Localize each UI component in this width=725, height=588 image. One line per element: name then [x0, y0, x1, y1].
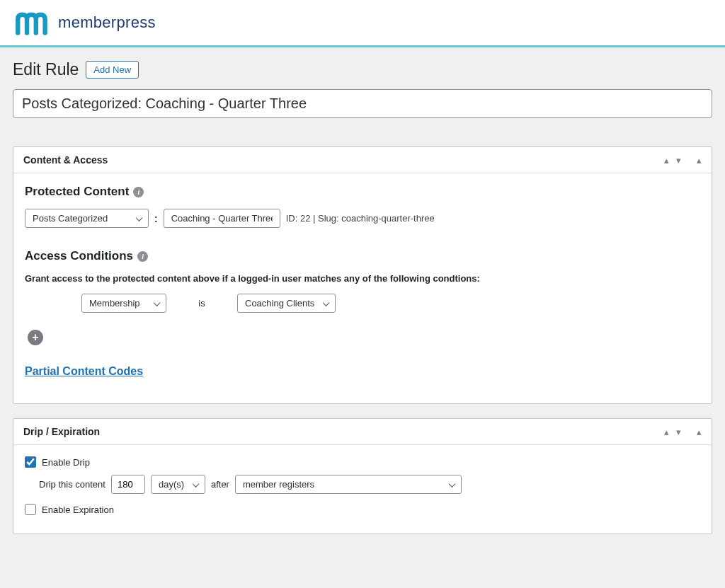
protected-content-heading: Protected Content i: [25, 185, 700, 199]
panel-move-down-icon[interactable]: ▾: [676, 427, 681, 437]
partial-content-codes-link[interactable]: Partial Content Codes: [25, 365, 143, 378]
rule-meta-text: ID: 22 | Slug: coaching-quarter-three: [286, 213, 435, 224]
condition-operator: is: [195, 298, 209, 309]
panel-header-drip: Drip / Expiration ▴ ▾ ▴: [13, 419, 712, 445]
rule-title-input[interactable]: [13, 89, 712, 118]
condition-value-select[interactable]: Coaching Clients: [237, 294, 336, 313]
panel-title: Content & Access: [23, 154, 108, 166]
panel-title: Drip / Expiration: [23, 426, 100, 437]
access-conditions-description: Grant access to the protected content ab…: [25, 273, 700, 284]
access-conditions-label: Access Conditions: [25, 249, 133, 263]
drip-settings-row: Drip this content day(s) after member re…: [25, 475, 700, 494]
enable-expiration-row: Enable Expiration: [25, 504, 700, 515]
enable-drip-row: Enable Drip: [25, 456, 700, 468]
drip-amount-input[interactable]: [111, 475, 145, 494]
enable-drip-label[interactable]: Enable Drip: [42, 457, 90, 468]
add-new-button[interactable]: Add New: [86, 61, 139, 79]
panel-header-content-access: Content & Access ▴ ▾ ▴: [13, 147, 712, 173]
panel-controls: ▴ ▾ ▴: [664, 427, 702, 437]
enable-drip-checkbox[interactable]: [25, 456, 36, 468]
page-title-row: Edit Rule Add New: [13, 60, 712, 79]
panel-move-up-icon[interactable]: ▴: [664, 155, 669, 166]
content-access-panel: Content & Access ▴ ▾ ▴ Protected Content…: [13, 146, 712, 404]
panel-move-down-icon[interactable]: ▾: [676, 155, 681, 166]
drip-unit-select[interactable]: day(s): [151, 475, 205, 494]
drip-after-text: after: [211, 479, 229, 490]
info-icon[interactable]: i: [133, 187, 144, 197]
enable-expiration-label[interactable]: Enable Expiration: [42, 505, 114, 515]
access-conditions-heading: Access Conditions i: [25, 249, 700, 263]
page-content: Edit Rule Add New Content & Access ▴ ▾ ▴…: [0, 47, 725, 547]
condition-type-select[interactable]: Membership: [81, 294, 166, 313]
category-input[interactable]: [164, 209, 280, 228]
panel-controls: ▴ ▾ ▴: [664, 155, 702, 166]
access-condition-row: Membership is Coaching Clients: [25, 294, 700, 313]
app-header: memberpress: [0, 0, 725, 47]
add-condition-button[interactable]: +: [28, 330, 43, 345]
panel-body: Enable Drip Drip this content day(s) aft…: [13, 445, 712, 534]
separator-colon: :: [154, 213, 158, 224]
drip-trigger-select[interactable]: member registers: [235, 475, 462, 494]
info-icon[interactable]: i: [137, 251, 148, 262]
brand-name: memberpress: [58, 13, 156, 32]
enable-expiration-checkbox[interactable]: [25, 504, 36, 515]
panel-toggle-icon[interactable]: ▴: [697, 155, 702, 166]
panel-body: Protected Content i Posts Categorized : …: [13, 173, 712, 403]
content-type-select[interactable]: Posts Categorized: [25, 209, 149, 228]
memberpress-logo-icon: [16, 10, 50, 35]
page-title: Edit Rule: [13, 60, 79, 79]
panel-toggle-icon[interactable]: ▴: [697, 427, 702, 437]
drip-prefix-text: Drip this content: [39, 479, 105, 490]
protected-content-row: Posts Categorized : ID: 22 | Slug: coach…: [25, 209, 700, 228]
drip-expiration-panel: Drip / Expiration ▴ ▾ ▴ Enable Drip Drip…: [13, 418, 712, 534]
protected-content-label: Protected Content: [25, 185, 129, 199]
panel-move-up-icon[interactable]: ▴: [664, 427, 669, 437]
